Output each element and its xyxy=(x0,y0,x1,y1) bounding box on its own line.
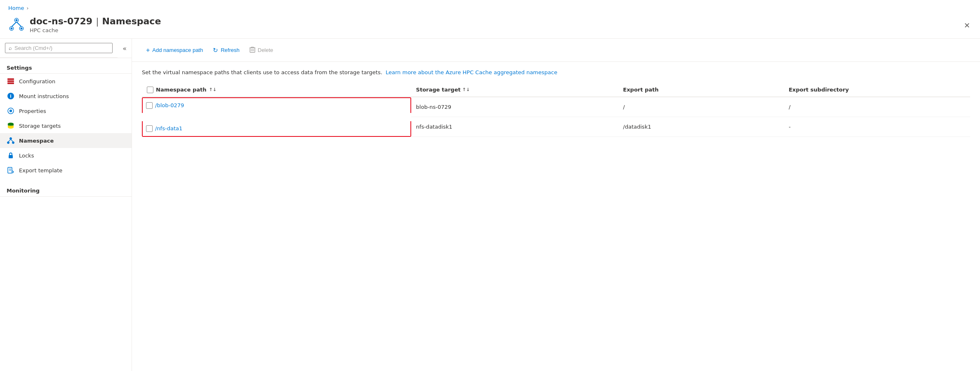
resource-name: doc-ns-0729 xyxy=(30,16,92,26)
svg-line-3 xyxy=(12,22,16,27)
col-header-namespace: Namespace path ↑↓ xyxy=(142,83,411,97)
storage-target-cell-1: blob-ns-0729 xyxy=(411,97,618,117)
namespace-label: Namespace xyxy=(19,138,54,144)
title-separator: | xyxy=(96,16,99,26)
col-header-export-path: Export path xyxy=(618,83,784,97)
storage-col-label: Storage target xyxy=(416,87,461,93)
toolbar: + Add namespace path ↻ Refresh xyxy=(132,39,980,62)
settings-section: Settings Configuration xyxy=(0,58,132,197)
search-wrapper: ⌕ xyxy=(5,43,113,53)
storage-target-cell-2: nfs-datadisk1 xyxy=(411,117,618,137)
svg-text:i: i xyxy=(10,94,12,99)
properties-label: Properties xyxy=(19,108,46,114)
namespace-sort-icon[interactable]: ↑↓ xyxy=(209,87,216,92)
sidebar-item-export-template[interactable]: Export template xyxy=(0,163,132,178)
export-subdir-cell-1: / xyxy=(784,97,970,117)
breadcrumb-home[interactable]: Home xyxy=(8,5,24,11)
export-subdir-col-label: Export subdirectory xyxy=(789,87,849,93)
monitoring-label: Monitoring xyxy=(0,181,132,197)
description-text: Set the virtual namespace paths that cli… xyxy=(142,69,382,75)
export-template-label: Export template xyxy=(19,167,62,174)
content-area: + Add namespace path ↻ Refresh xyxy=(132,39,980,371)
svg-point-10 xyxy=(21,28,23,30)
mount-label: Mount instructions xyxy=(19,93,69,99)
mount-icon: i xyxy=(7,92,15,100)
namespace-col-label: Namespace path xyxy=(156,87,206,93)
namespace-path-link-1[interactable]: /blob-0279 xyxy=(155,102,184,108)
svg-rect-13 xyxy=(7,82,14,84)
resource-type: Namespace xyxy=(102,16,161,26)
settings-label: Settings xyxy=(0,58,132,74)
search-input[interactable] xyxy=(14,45,109,51)
export-subdir-cell-2: - xyxy=(784,117,970,137)
export-path-col-label: Export path xyxy=(623,87,659,93)
row-1-checkbox[interactable] xyxy=(146,102,153,109)
table-row: /nfs-data1 nfs-datadisk1 /datadisk1 - xyxy=(142,117,970,137)
page-header: doc-ns-0729 | Namespace HPC cache ✕ xyxy=(0,13,980,39)
sidebar-item-namespace[interactable]: Namespace xyxy=(0,133,132,148)
sidebar-item-mount-instructions[interactable]: i Mount instructions xyxy=(0,89,132,103)
resource-icon xyxy=(8,16,25,33)
storage-targets-label: Storage targets xyxy=(19,123,61,129)
namespace-table: Namespace path ↑↓ Storage target ↑↓ xyxy=(142,83,970,137)
storage-sort-icon[interactable]: ↑↓ xyxy=(462,87,470,92)
namespace-path-cell-1: /blob-0279 xyxy=(142,97,411,117)
delete-label: Delete xyxy=(258,47,273,53)
refresh-label: Refresh xyxy=(221,47,240,53)
svg-point-8 xyxy=(11,28,13,30)
col-header-export-subdir: Export subdirectory xyxy=(784,83,970,97)
page-title: doc-ns-0729 | Namespace xyxy=(30,16,161,26)
close-button[interactable]: ✕ xyxy=(962,19,972,32)
refresh-icon: ↻ xyxy=(213,47,218,54)
sidebar: ⌕ « Settings C xyxy=(0,39,132,371)
info-text-area: Set the virtual namespace paths that cli… xyxy=(132,62,980,83)
svg-rect-12 xyxy=(7,80,14,82)
main-layout: ⌕ « Settings C xyxy=(0,39,980,371)
add-icon: + xyxy=(146,47,150,54)
svg-point-23 xyxy=(12,142,14,144)
page: Home › doc-ns-0729 | Namesp xyxy=(0,0,980,371)
header-text: doc-ns-0729 | Namespace HPC cache xyxy=(30,16,161,33)
learn-more-link[interactable]: Learn more about the Azure HPC Cache agg… xyxy=(386,69,557,75)
col-header-storage: Storage target ↑↓ xyxy=(411,83,618,97)
svg-line-24 xyxy=(8,139,11,142)
configuration-icon xyxy=(7,77,15,85)
svg-point-21 xyxy=(10,138,12,140)
svg-line-25 xyxy=(11,139,13,142)
collapse-button[interactable]: « xyxy=(118,45,132,52)
export-icon xyxy=(7,166,15,174)
search-area: ⌕ xyxy=(0,39,118,58)
row-2-checkbox[interactable] xyxy=(146,125,153,132)
namespace-path-link-2[interactable]: /nfs-data1 xyxy=(155,125,182,131)
configuration-label: Configuration xyxy=(19,78,55,85)
svg-point-6 xyxy=(16,19,18,21)
table-container: Namespace path ↑↓ Storage target ↑↓ xyxy=(132,83,980,147)
svg-point-22 xyxy=(7,142,9,144)
delete-button[interactable]: Delete xyxy=(245,44,278,56)
delete-icon xyxy=(250,46,255,54)
breadcrumb: Home › xyxy=(0,0,980,13)
properties-icon xyxy=(7,107,15,115)
sidebar-item-locks[interactable]: Locks xyxy=(0,148,132,163)
select-all-checkbox[interactable] xyxy=(147,87,153,93)
breadcrumb-separator: › xyxy=(26,5,28,11)
resource-subtitle: HPC cache xyxy=(30,27,161,33)
sidebar-item-properties[interactable]: Properties xyxy=(0,103,132,118)
locks-label: Locks xyxy=(19,153,34,159)
refresh-button[interactable]: ↻ Refresh xyxy=(209,44,244,56)
add-namespace-path-button[interactable]: + Add namespace path xyxy=(142,44,207,56)
add-label: Add namespace path xyxy=(152,47,203,53)
export-path-cell-1: / xyxy=(618,97,784,117)
svg-rect-11 xyxy=(7,78,14,80)
svg-line-4 xyxy=(16,22,21,27)
locks-icon xyxy=(7,151,15,160)
search-icon: ⌕ xyxy=(9,45,12,51)
storage-icon xyxy=(7,122,15,130)
export-path-cell-2: /datadisk1 xyxy=(618,117,784,137)
svg-rect-26 xyxy=(9,155,13,158)
table-row: /blob-0279 blob-ns-0729 / / xyxy=(142,97,970,117)
namespace-icon xyxy=(7,136,15,145)
sidebar-item-configuration[interactable]: Configuration xyxy=(0,74,132,89)
namespace-path-cell-2: /nfs-data1 xyxy=(142,117,411,137)
sidebar-item-storage-targets[interactable]: Storage targets xyxy=(0,118,132,133)
